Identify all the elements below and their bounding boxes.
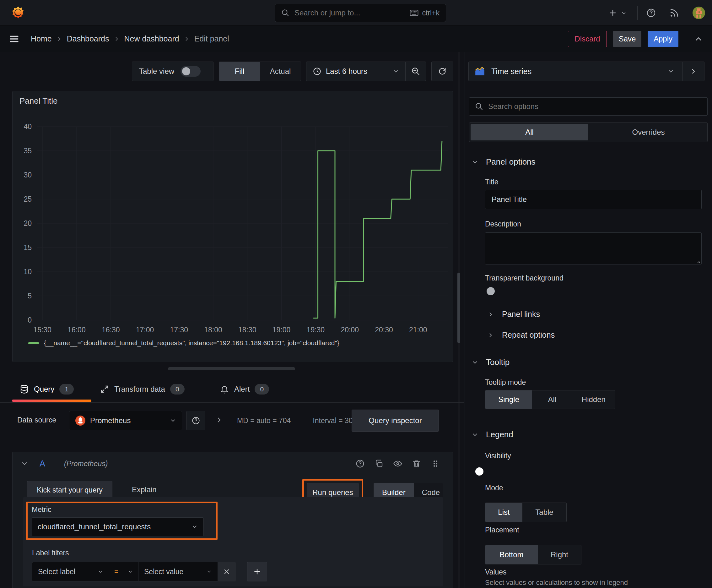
collapse-options-chevron-up-icon[interactable] — [694, 34, 703, 44]
query-collapse-chevron-down-icon[interactable] — [21, 460, 28, 467]
zoom-out-icon[interactable] — [406, 67, 426, 76]
menu-burger-icon[interactable] — [9, 34, 19, 44]
query-help-icon[interactable] — [355, 459, 365, 468]
datasource-name: Prometheus — [90, 416, 131, 425]
legend-series-label[interactable]: {__name__="cloudflared_tunnel_total_requ… — [44, 339, 339, 347]
apply-button[interactable]: Apply — [648, 31, 678, 47]
time-range-picker[interactable]: Last 6 hours — [306, 67, 405, 76]
datasource-help-button[interactable] — [187, 411, 205, 430]
table-view-toggle[interactable] — [180, 66, 201, 77]
legend-section-header[interactable]: Legend — [472, 430, 513, 439]
chevron-down-icon — [472, 359, 478, 366]
repeat-options-header[interactable]: Repeat options — [488, 331, 555, 339]
discard-button[interactable]: Discard — [568, 31, 607, 47]
options-pane-border — [465, 52, 465, 588]
global-search[interactable]: ctrl+k — [275, 4, 446, 22]
query-row-header: A (Prometheus) — [13, 452, 453, 475]
svg-text:5: 5 — [28, 292, 32, 300]
placement-right-option[interactable]: Right — [538, 545, 581, 564]
visualization-picker[interactable]: Time series — [468, 62, 705, 81]
tooltip-all-option[interactable]: All — [532, 391, 572, 408]
select-label-dropdown[interactable]: Select label — [33, 562, 109, 581]
tooltip-section-header[interactable]: Tooltip — [472, 357, 510, 367]
toggle-query-eye-icon[interactable] — [393, 459, 403, 468]
svg-text:16:30: 16:30 — [102, 326, 120, 334]
tab-overrides[interactable]: Overrides — [589, 123, 707, 142]
svg-text:35: 35 — [24, 147, 32, 155]
table-view-toggle-group[interactable]: Table view — [132, 62, 214, 81]
svg-text:20:00: 20:00 — [341, 326, 359, 334]
viz-suggestions-chevron-right-icon[interactable] — [683, 67, 704, 75]
stat-max-datapoints: MD = auto = 704 — [237, 417, 291, 425]
placement-label: Placement — [485, 526, 519, 534]
legend-swatch — [28, 342, 39, 344]
datasource-options-chevron-right-icon[interactable] — [215, 416, 223, 424]
actual-option[interactable]: Actual — [260, 62, 301, 81]
placement-bottom-option[interactable]: Bottom — [486, 545, 538, 564]
svg-text:21:00: 21:00 — [409, 326, 427, 334]
clock-icon — [313, 67, 322, 76]
fill-option[interactable]: Fill — [219, 62, 260, 81]
panel-options-header[interactable]: Panel options — [472, 157, 536, 167]
grafana-logo[interactable] — [11, 6, 25, 20]
legend-mode-segmented: List Table — [485, 503, 567, 522]
query-inspector-button[interactable]: Query inspector — [352, 410, 439, 432]
chart-legend[interactable]: {__name__="cloudflared_tunnel_total_requ… — [28, 339, 339, 347]
panel-links-header[interactable]: Panel links — [488, 310, 540, 319]
tooltip-hidden-option[interactable]: Hidden — [572, 391, 615, 408]
chevron-down-icon — [472, 431, 478, 438]
breadcrumb: Home Dashboards New dashboard Edit panel — [31, 34, 229, 43]
drag-query-grip-icon[interactable] — [431, 459, 440, 468]
table-view-label: Table view — [139, 67, 174, 76]
news-rss-icon[interactable] — [669, 8, 679, 18]
query-ref-id[interactable]: A — [40, 459, 45, 469]
breadcrumb-home[interactable]: Home — [31, 34, 52, 43]
remove-filter-button[interactable] — [218, 562, 236, 581]
legend-list-option[interactable]: List — [486, 503, 522, 522]
svg-text:20:30: 20:30 — [375, 326, 393, 334]
svg-text:20: 20 — [24, 219, 32, 227]
visibility-label: Visibility — [485, 452, 511, 460]
kick-start-query-button[interactable]: Kick start your query — [27, 481, 112, 499]
add-button[interactable] — [608, 8, 617, 17]
help-icon[interactable] — [646, 8, 656, 18]
panel-resize-handle[interactable] — [168, 367, 295, 370]
tab-transform-data[interactable]: Transform data 0 — [100, 384, 185, 395]
transform-icon — [100, 384, 109, 394]
main-scrollbar-thumb[interactable] — [457, 273, 460, 343]
topbar-divider — [637, 6, 638, 20]
tab-alert[interactable]: Alert 0 — [220, 384, 269, 395]
tooltip-mode-segmented: Single All Hidden — [485, 390, 615, 409]
help-circle-icon — [192, 416, 200, 425]
breadcrumb-edit-panel: Edit panel — [194, 34, 229, 43]
options-search-input[interactable] — [488, 102, 702, 111]
avatar[interactable] — [693, 6, 705, 19]
operator-dropdown[interactable]: = — [109, 562, 138, 581]
search-input[interactable] — [294, 8, 405, 18]
svg-text:16:00: 16:00 — [67, 326, 86, 334]
panel-title-input[interactable] — [491, 195, 696, 204]
add-chevron-down-icon[interactable] — [621, 10, 627, 16]
prometheus-icon — [75, 415, 86, 426]
timeseries-chart[interactable]: 051015202530354015:3016:0016:3017:0017:3… — [13, 119, 453, 339]
refresh-button[interactable] — [431, 62, 453, 81]
select-value-dropdown[interactable]: Select value — [138, 562, 218, 581]
stat-interval: Interval = 30s — [313, 417, 356, 425]
add-filter-button[interactable] — [247, 562, 267, 582]
breadcrumb-new-dashboard[interactable]: New dashboard — [124, 34, 179, 43]
duplicate-query-copy-icon[interactable] — [374, 459, 384, 468]
metric-select[interactable]: cloudflared_tunnel_total_requests — [32, 517, 204, 536]
save-button[interactable]: Save — [613, 31, 641, 47]
breadcrumb-dashboards[interactable]: Dashboards — [67, 34, 109, 43]
values-label: Values — [485, 568, 507, 576]
legend-table-option[interactable]: Table — [522, 503, 566, 522]
delete-query-trash-icon[interactable] — [412, 459, 421, 468]
options-search[interactable] — [469, 97, 708, 115]
tab-all[interactable]: All — [471, 124, 588, 141]
description-label: Description — [485, 220, 521, 228]
resize-corner-icon[interactable] — [693, 257, 700, 264]
description-textarea[interactable] — [485, 232, 702, 265]
datasource-picker[interactable]: Prometheus — [69, 411, 182, 430]
tab-query[interactable]: Query 1 — [19, 384, 74, 395]
tooltip-single-option[interactable]: Single — [486, 391, 532, 408]
